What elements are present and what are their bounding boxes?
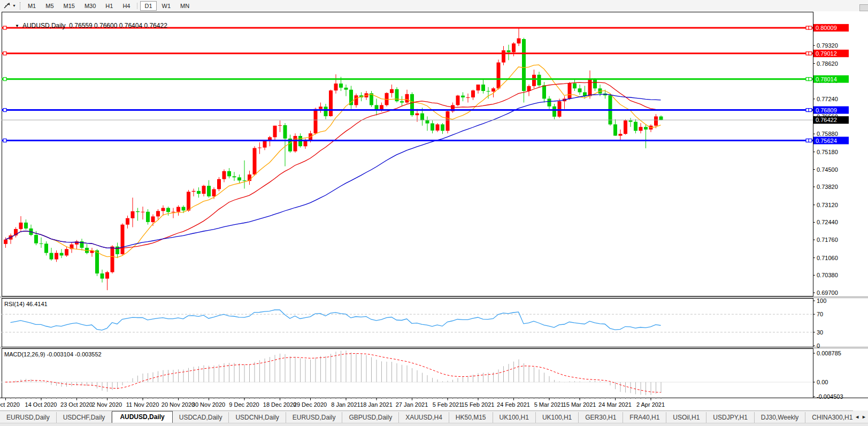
hline-price-label: 0.80009 bbox=[816, 25, 837, 31]
chart-tab-CHINA300-H1[interactable]: CHINA300,H1 bbox=[805, 412, 859, 423]
chart-scroll-corner-button[interactable] bbox=[859, 4, 868, 11]
price-tick-label: 0.69700 bbox=[817, 290, 838, 296]
tab-scroll-right-icon[interactable]: ► bbox=[862, 414, 866, 420]
date-tick-label: 24 Mar 2021 bbox=[598, 401, 632, 408]
rsi-axis-label: 0 bbox=[817, 343, 820, 349]
period-button-H1[interactable]: H1 bbox=[101, 1, 117, 11]
hline-handle[interactable] bbox=[3, 139, 6, 142]
chart-tab-DJ30-Weekly[interactable]: DJ30,Weekly bbox=[755, 412, 805, 423]
chart-tab-AUDUSD-Daily[interactable]: AUDUSD,Daily bbox=[112, 411, 172, 423]
period-button-M30[interactable]: M30 bbox=[80, 1, 100, 11]
macd-axis-label: 0.008785 bbox=[817, 350, 841, 356]
date-tick-label: 5 Mar 2021 bbox=[534, 401, 564, 408]
chart-title-collapse-icon[interactable]: ▼ bbox=[15, 24, 19, 28]
date-tick-label: 11 Nov 2020 bbox=[126, 401, 159, 408]
chart-tab-HK50-M15[interactable]: HK50,M15 bbox=[449, 412, 493, 423]
current-price-label: 0.76422 bbox=[816, 117, 837, 123]
date-tick-label: 5 Feb 2021 bbox=[433, 401, 463, 408]
tab-scroll-arrows: ◄ ► bbox=[853, 410, 868, 423]
macd-axis-label: -0.004503 bbox=[817, 393, 843, 400]
chart-title: ▼AUDUSD,Daily 0.76559 0.76600 0.76404 0.… bbox=[4, 14, 167, 37]
period-button-H4[interactable]: H4 bbox=[118, 1, 134, 11]
price-tick-label: 0.75180 bbox=[817, 149, 838, 155]
hline-price-label: 0.78014 bbox=[816, 76, 837, 82]
chart-tab-GBPUSD-Daily[interactable]: GBPUSD,Daily bbox=[342, 412, 399, 423]
chart-ohlc-values: 0.76559 0.76600 0.76404 0.76422 bbox=[69, 22, 167, 29]
rsi-indicator-label: RSI(14) 46.4141 bbox=[4, 301, 48, 307]
date-tick-label: 2 Nov 2020 bbox=[92, 401, 122, 408]
hline-handle[interactable] bbox=[3, 109, 6, 112]
hline-handle[interactable] bbox=[3, 52, 6, 55]
rsi-axis-label: 100 bbox=[817, 298, 826, 304]
chart-canvas[interactable]: 0.793200.786200.779400.772400.765600.758… bbox=[0, 11, 868, 410]
rsi-axis-label: 30 bbox=[817, 329, 823, 336]
hline-handle[interactable] bbox=[3, 78, 6, 81]
period-buttons: M1M5M15M30H1H4D1W1MN bbox=[23, 3, 194, 9]
cursor-arrow-icon bbox=[3, 2, 11, 9]
date-tick-label: 18 Dec 2020 bbox=[263, 401, 296, 408]
chart-tab-GER30-H1[interactable]: GER30,H1 bbox=[579, 412, 623, 423]
cursor-tool-dropdown-icon[interactable]: ▼ bbox=[12, 4, 16, 7]
cursor-tool-icon[interactable] bbox=[2, 2, 12, 10]
date-tick-label: 8 Jan 2021 bbox=[331, 401, 360, 408]
chart-tab-USDCNH-Daily[interactable]: USDCNH,Daily bbox=[229, 412, 286, 423]
date-tick-label: 14 Oct 2020 bbox=[25, 401, 57, 408]
chart-tab-USDJPY-H1[interactable]: USDJPY,H1 bbox=[706, 412, 754, 423]
chart-tab-FRA40-H1[interactable]: FRA40,H1 bbox=[623, 412, 666, 423]
price-tick-label: 0.73820 bbox=[817, 184, 838, 190]
date-tick-label: 29 Dec 2020 bbox=[294, 401, 327, 408]
chart-window: 0.793200.786200.779400.772400.765600.758… bbox=[0, 11, 868, 410]
period-button-MN[interactable]: MN bbox=[176, 1, 194, 11]
price-axis: 0.793200.786200.779400.772400.765600.758… bbox=[809, 24, 849, 400]
period-button-M1[interactable]: M1 bbox=[24, 1, 40, 11]
price-tick-label: 0.79320 bbox=[817, 42, 838, 49]
date-tick-label: 30 Nov 2020 bbox=[192, 401, 225, 408]
chart-tab-EURUSD-Daily[interactable]: EURUSD,Daily bbox=[286, 412, 343, 423]
date-tick-label: 27 Jan 2021 bbox=[396, 401, 428, 408]
period-button-D1[interactable]: D1 bbox=[140, 1, 156, 11]
chart-tab-UK100-H1[interactable]: UK100,H1 bbox=[536, 412, 579, 423]
date-tick-label: 15 Feb 2021 bbox=[462, 401, 495, 408]
chart-tab-USDCHF-Daily[interactable]: USDCHF,Daily bbox=[57, 412, 112, 423]
chart-tab-USDCAD-Daily[interactable]: USDCAD,Daily bbox=[173, 412, 229, 423]
date-tick-label: 24 Feb 2021 bbox=[497, 401, 530, 408]
chart-symbol-label: AUDUSD,Daily bbox=[22, 22, 66, 29]
date-tick-label: 2 Apr 2021 bbox=[636, 401, 665, 408]
period-button-M5[interactable]: M5 bbox=[41, 1, 58, 11]
chart-tab-UK100-H1[interactable]: UK100,H1 bbox=[493, 412, 536, 423]
periods-toolbar: ▼ M1M5M15M30H1H4D1W1MN bbox=[0, 0, 868, 12]
date-axis: 5 Oct 202014 Oct 202023 Oct 20202 Nov 20… bbox=[0, 398, 665, 408]
period-button-M15[interactable]: M15 bbox=[59, 1, 79, 11]
status-strip bbox=[0, 423, 868, 426]
hline-price-label: 0.79012 bbox=[816, 50, 837, 57]
date-tick-label: 23 Oct 2020 bbox=[60, 401, 93, 408]
price-tick-label: 0.73120 bbox=[817, 202, 838, 208]
price-tick-label: 0.78620 bbox=[817, 60, 838, 67]
price-tick-label: 0.72440 bbox=[817, 219, 838, 225]
date-tick-label: 18 Jan 2021 bbox=[360, 401, 393, 408]
mt4-window: ▼ M1M5M15M30H1H4D1W1MN 0.793200.786200.7… bbox=[0, 0, 868, 426]
period-button-W1[interactable]: W1 bbox=[158, 1, 175, 11]
period-divider bbox=[137, 3, 137, 9]
hline-price-label: 0.76809 bbox=[816, 107, 837, 113]
macd-axis-label: 0.00 bbox=[817, 379, 828, 385]
price-tick-label: 0.74500 bbox=[817, 166, 838, 173]
price-tick-label: 0.75880 bbox=[817, 131, 838, 137]
date-tick-label: 20 Nov 2020 bbox=[162, 401, 195, 408]
chart-tab-bar: EURUSD,DailyUSDCHF,DailyAUDUSD,DailyUSDC… bbox=[0, 410, 868, 423]
chart-tab-EURUSD-Daily[interactable]: EURUSD,Daily bbox=[0, 412, 57, 423]
date-tick-label: 9 Dec 2020 bbox=[229, 401, 259, 408]
chart-tab-XAUUSD-H4[interactable]: XAUUSD,H4 bbox=[399, 412, 449, 423]
chart-tab-USOil-H1[interactable]: USOil,H1 bbox=[666, 412, 706, 423]
rsi-axis-label: 70 bbox=[817, 311, 823, 317]
tab-scroll-left-icon[interactable]: ◄ bbox=[855, 414, 859, 420]
hline-price-label: 0.75624 bbox=[816, 138, 837, 144]
date-tick-label: 5 Oct 2020 bbox=[0, 401, 20, 408]
date-tick-label: 15 Mar 2021 bbox=[563, 401, 596, 408]
price-tick-label: 0.77240 bbox=[817, 96, 838, 102]
price-tick-label: 0.71760 bbox=[817, 237, 838, 243]
toolbar-grip bbox=[20, 2, 20, 10]
price-tick-label: 0.71060 bbox=[817, 255, 838, 261]
price-tick-label: 0.70380 bbox=[817, 272, 838, 278]
macd-indicator-label: MACD(12,26,9) -0.003104 -0.003552 bbox=[4, 351, 102, 357]
